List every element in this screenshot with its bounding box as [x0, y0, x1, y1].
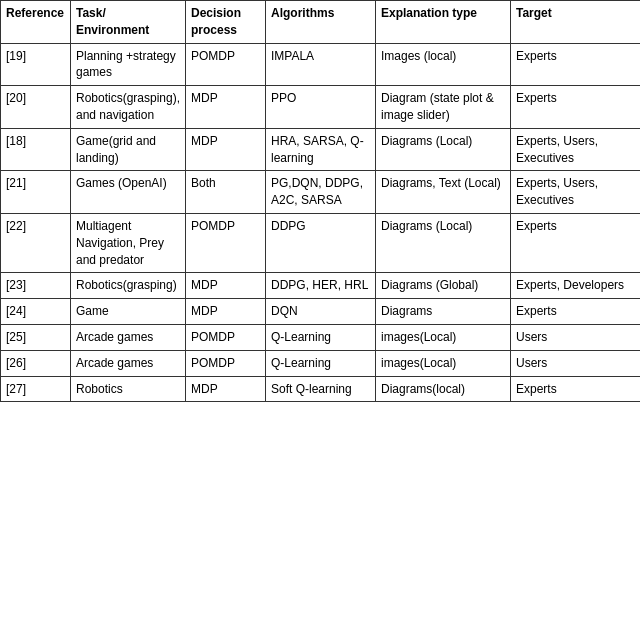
table-row: [20]Robotics(grasping), and navigationMD…: [1, 86, 641, 129]
header-target: Target: [511, 1, 641, 44]
cell-dec: POMDP: [186, 43, 266, 86]
cell-algo: HRA, SARSA, Q-learning: [266, 128, 376, 171]
cell-algo: PG,DQN, DDPG, A2C, SARSA: [266, 171, 376, 214]
cell-task: Planning +strategy games: [71, 43, 186, 86]
table-row: [24]GameMDPDQNDiagramsExperts: [1, 299, 641, 325]
table-row: [18]Game(grid and landing)MDPHRA, SARSA,…: [1, 128, 641, 171]
table-row: [27]RoboticsMDPSoft Q-learningDiagrams(l…: [1, 376, 641, 402]
cell-expl: images(Local): [376, 324, 511, 350]
cell-algo: Q-Learning: [266, 350, 376, 376]
cell-dec: POMDP: [186, 324, 266, 350]
cell-algo: PPO: [266, 86, 376, 129]
cell-expl: Images (local): [376, 43, 511, 86]
cell-ref: [27]: [1, 376, 71, 402]
cell-ref: [26]: [1, 350, 71, 376]
cell-task: Multiagent Navigation, Prey and predator: [71, 213, 186, 272]
table-row: [26]Arcade gamesPOMDPQ-Learningimages(Lo…: [1, 350, 641, 376]
cell-task: Robotics: [71, 376, 186, 402]
cell-ref: [19]: [1, 43, 71, 86]
cell-expl: Diagrams(local): [376, 376, 511, 402]
cell-task: Arcade games: [71, 350, 186, 376]
cell-target: Experts: [511, 299, 641, 325]
cell-expl: Diagrams (Global): [376, 273, 511, 299]
cell-expl: Diagrams: [376, 299, 511, 325]
cell-target: Experts: [511, 213, 641, 272]
cell-dec: Both: [186, 171, 266, 214]
cell-expl: Diagrams, Text (Local): [376, 171, 511, 214]
cell-ref: [22]: [1, 213, 71, 272]
header-row: Reference Task/Environment Decision proc…: [1, 1, 641, 44]
cell-ref: [18]: [1, 128, 71, 171]
cell-algo: DDPG, HER, HRL: [266, 273, 376, 299]
cell-ref: [24]: [1, 299, 71, 325]
cell-task: Robotics(grasping), and navigation: [71, 86, 186, 129]
cell-target: Experts: [511, 86, 641, 129]
cell-expl: Diagram (state plot & image slider): [376, 86, 511, 129]
header-expl: Explanation type: [376, 1, 511, 44]
cell-task: Robotics(grasping): [71, 273, 186, 299]
cell-expl: Diagrams (Local): [376, 213, 511, 272]
header-algo: Algorithms: [266, 1, 376, 44]
cell-task: Games (OpenAI): [71, 171, 186, 214]
cell-target: Experts: [511, 43, 641, 86]
table-row: [23]Robotics(grasping)MDPDDPG, HER, HRLD…: [1, 273, 641, 299]
cell-dec: MDP: [186, 299, 266, 325]
cell-target: Experts, Developers: [511, 273, 641, 299]
cell-algo: Q-Learning: [266, 324, 376, 350]
table-row: [25]Arcade gamesPOMDPQ-Learningimages(Lo…: [1, 324, 641, 350]
cell-dec: MDP: [186, 376, 266, 402]
cell-algo: Soft Q-learning: [266, 376, 376, 402]
cell-task: Game: [71, 299, 186, 325]
cell-task: Arcade games: [71, 324, 186, 350]
header-ref: Reference: [1, 1, 71, 44]
header-task: Task/Environment: [71, 1, 186, 44]
cell-ref: [20]: [1, 86, 71, 129]
cell-target: Users: [511, 350, 641, 376]
cell-expl: Diagrams (Local): [376, 128, 511, 171]
cell-dec: MDP: [186, 273, 266, 299]
cell-dec: MDP: [186, 86, 266, 129]
cell-ref: [23]: [1, 273, 71, 299]
cell-target: Experts, Users, Executives: [511, 128, 641, 171]
table-row: [19]Planning +strategy gamesPOMDPIMPALAI…: [1, 43, 641, 86]
main-table: Reference Task/Environment Decision proc…: [0, 0, 640, 402]
cell-ref: [21]: [1, 171, 71, 214]
cell-algo: DQN: [266, 299, 376, 325]
table-row: [22]Multiagent Navigation, Prey and pred…: [1, 213, 641, 272]
cell-expl: images(Local): [376, 350, 511, 376]
cell-dec: POMDP: [186, 350, 266, 376]
cell-task: Game(grid and landing): [71, 128, 186, 171]
cell-ref: [25]: [1, 324, 71, 350]
header-dec: Decision process: [186, 1, 266, 44]
cell-algo: DDPG: [266, 213, 376, 272]
cell-target: Experts: [511, 376, 641, 402]
cell-dec: POMDP: [186, 213, 266, 272]
cell-target: Users: [511, 324, 641, 350]
cell-target: Experts, Users, Executives: [511, 171, 641, 214]
table-row: [21]Games (OpenAI)BothPG,DQN, DDPG, A2C,…: [1, 171, 641, 214]
cell-algo: IMPALA: [266, 43, 376, 86]
cell-dec: MDP: [186, 128, 266, 171]
